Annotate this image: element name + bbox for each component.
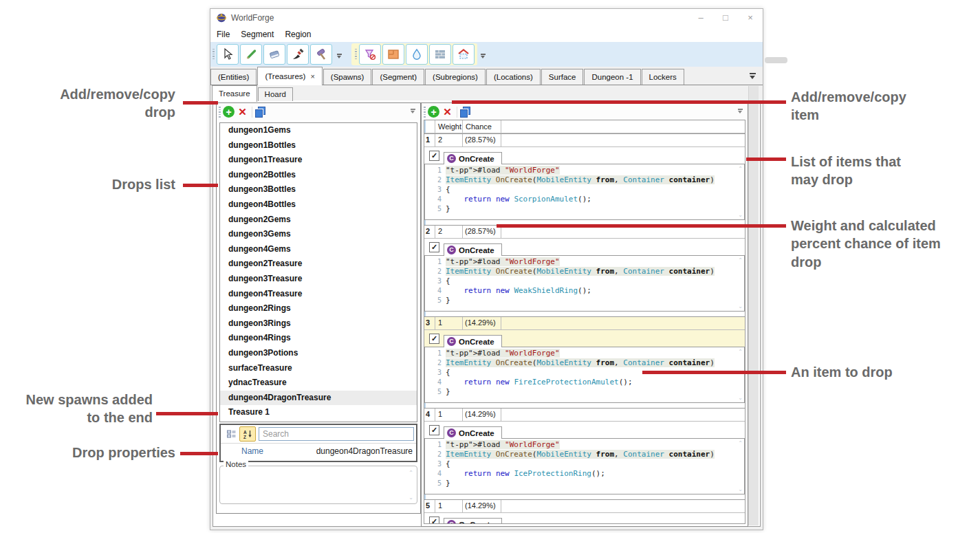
drop-list-item[interactable]: dungeon2Rings xyxy=(220,301,417,316)
item-header-row[interactable]: 31(14.29%) xyxy=(424,316,745,330)
toolbar-grip[interactable] xyxy=(213,49,215,60)
tab-treasures[interactable]: (Treasures)× xyxy=(257,67,322,85)
scroll-down-icon[interactable]: ⌄ xyxy=(738,486,743,492)
drop-list-item[interactable]: dungeon3Bottles xyxy=(220,182,417,197)
oncreate-enabled-checkbox[interactable] xyxy=(429,151,439,161)
scroll-up-icon[interactable]: ⌃ xyxy=(738,257,743,263)
oncreate-enabled-checkbox[interactable] xyxy=(429,334,439,344)
scroll-up-icon[interactable]: ⌃ xyxy=(738,349,743,355)
subtab-treasure[interactable]: Treasure xyxy=(212,85,257,102)
close-button[interactable]: × xyxy=(738,10,763,26)
add-item-button[interactable]: + xyxy=(428,106,439,118)
tool-paintbrush-button[interactable] xyxy=(287,44,309,65)
code-lines[interactable]: "t-pp">#load "WorldForge"ItemEntity OnCr… xyxy=(446,164,744,219)
code-editor[interactable]: 12345"t-pp">#load "WorldForge"ItemEntity… xyxy=(424,255,745,312)
search-input[interactable] xyxy=(259,427,414,441)
toolbar-overflow-icon[interactable] xyxy=(336,52,343,61)
tab-surface[interactable]: Surface xyxy=(541,69,584,85)
item-header-row[interactable]: 41(14.29%) xyxy=(424,408,745,422)
categorize-icon[interactable] xyxy=(223,426,239,442)
property-row[interactable]: Namedungeon4DragonTreasure xyxy=(221,444,416,459)
scroll-down-icon[interactable]: ⌄ xyxy=(738,395,743,401)
oncreate-tab[interactable]: OnCreate xyxy=(444,243,502,256)
code-editor[interactable]: 12345"t-pp">#load "WorldForge"ItemEntity… xyxy=(424,438,745,494)
menu-segment[interactable]: Segment xyxy=(235,27,279,42)
code-editor[interactable]: 12345"t-pp">#load "WorldForge"ItemEntity… xyxy=(424,347,745,403)
oncreate-enabled-checkbox[interactable] xyxy=(429,242,439,252)
tool-brick-wall-button[interactable] xyxy=(429,44,451,65)
scroll-up-icon[interactable]: ⌃ xyxy=(738,440,743,446)
item-weight-value[interactable]: 1 xyxy=(435,409,463,421)
tab-entities[interactable]: (Entities) xyxy=(210,69,257,85)
drop-list-item[interactable]: dungeon2Bottles xyxy=(220,168,417,183)
drop-list-item[interactable]: dungeon3Gems xyxy=(220,227,417,242)
page-scrollbar[interactable] xyxy=(748,86,759,525)
drop-list-item[interactable]: ydnacTreasure xyxy=(220,376,417,391)
drop-list-item[interactable]: dungeon4Treasure xyxy=(220,287,417,302)
drop-list-item[interactable]: dungeon4Rings xyxy=(220,331,417,346)
item-weight-value[interactable]: 2 xyxy=(435,226,463,238)
drop-list-item[interactable]: dungeon3Rings xyxy=(220,316,417,331)
drop-list-item[interactable]: dungeon3Treasure xyxy=(220,272,417,287)
drop-list-item[interactable]: dungeon1Gems xyxy=(220,123,417,138)
add-drop-button[interactable]: + xyxy=(223,106,235,118)
oncreate-tab[interactable]: OnCreate xyxy=(444,426,502,439)
item-header-row[interactable]: 12(28.57%) xyxy=(424,133,745,147)
code-lines[interactable]: "t-pp">#load "WorldForge"ItemEntity OnCr… xyxy=(446,256,744,311)
minimize-button[interactable]: – xyxy=(688,10,713,26)
oncreate-enabled-checkbox[interactable] xyxy=(429,516,439,524)
tab-spawns[interactable]: (Spawns) xyxy=(323,69,372,85)
menu-region[interactable]: Region xyxy=(279,27,316,42)
code-editor[interactable]: 12345"t-pp">#load "WorldForge"ItemEntity… xyxy=(424,164,745,220)
tab-lockers[interactable]: Lockers xyxy=(642,69,684,85)
code-lines[interactable]: "t-pp">#load "WorldForge"ItemEntity OnCr… xyxy=(446,439,744,494)
tab-subregions[interactable]: (Subregions) xyxy=(425,69,486,85)
code-scrollbar[interactable]: ⌃⌄ xyxy=(735,256,743,311)
tab-list-icon[interactable] xyxy=(749,73,757,81)
code-scrollbar[interactable]: ⌃⌄ xyxy=(735,164,743,219)
toolbar-overflow-icon[interactable] xyxy=(480,52,487,61)
item-weight-value[interactable]: 2 xyxy=(435,134,463,146)
tab-segment[interactable]: (Segment) xyxy=(372,69,424,85)
scroll-up-icon[interactable]: ⌃ xyxy=(738,166,743,172)
sort-alphabetical-icon[interactable]: AZ xyxy=(239,426,256,442)
copy-item-button[interactable] xyxy=(460,107,471,118)
remove-item-button[interactable]: ✕ xyxy=(442,106,453,118)
item-weight-value[interactable]: 1 xyxy=(435,317,463,329)
tool-pencil-button[interactable] xyxy=(240,44,262,65)
toolbar-overflow-icon[interactable] xyxy=(738,108,744,116)
subtab-hoard[interactable]: Hoard xyxy=(258,87,293,101)
remove-drop-button[interactable]: ✕ xyxy=(237,106,248,118)
maximize-button[interactable]: □ xyxy=(713,10,738,26)
drop-list-item[interactable]: Treasure 1 xyxy=(220,405,417,420)
drop-list-item[interactable]: dungeon1Bottles xyxy=(220,138,417,153)
tab-close-icon[interactable]: × xyxy=(310,67,314,85)
code-scrollbar[interactable]: ⌃⌄ xyxy=(735,439,743,494)
drop-list-item[interactable]: dungeon2Gems xyxy=(220,213,417,228)
property-value[interactable]: dungeon4DragonTreasure xyxy=(316,446,416,456)
notes-textarea[interactable] xyxy=(223,470,404,501)
drop-list-item[interactable]: dungeon2Treasure xyxy=(220,257,417,272)
tool-building-outline-button[interactable] xyxy=(453,44,475,65)
toolbar-grip[interactable] xyxy=(219,107,221,118)
drop-list-item[interactable]: surfaceTreasure xyxy=(220,361,417,376)
tool-eraser-button[interactable] xyxy=(263,44,285,65)
item-weight-value[interactable]: 1 xyxy=(435,500,463,512)
oncreate-tab[interactable]: OnCreate xyxy=(444,152,502,164)
tool-water-drop-button[interactable] xyxy=(406,44,428,65)
tab-locations[interactable]: (Locations) xyxy=(486,69,541,85)
toolbar-overflow-icon[interactable] xyxy=(411,108,417,116)
toolbar-grip[interactable] xyxy=(424,107,426,118)
tab-dungeon-1[interactable]: Dungeon -1 xyxy=(584,69,640,85)
tool-select-cursor-button[interactable] xyxy=(217,44,239,65)
oncreate-enabled-checkbox[interactable] xyxy=(429,425,439,435)
scroll-down-icon[interactable]: ⌄ xyxy=(738,212,743,218)
oncreate-tab[interactable]: OnCreate xyxy=(444,335,502,347)
drop-list-item[interactable]: dungeon4Gems xyxy=(220,242,417,257)
drop-list-item[interactable]: dungeon1Treasure xyxy=(220,153,417,168)
drop-list-item[interactable]: dungeon4Bottles xyxy=(220,197,417,213)
scroll-down-icon[interactable]: ⌄ xyxy=(738,303,743,309)
item-header-row[interactable]: 51(14.29%) xyxy=(424,499,745,513)
tool-room-plan-button[interactable] xyxy=(382,44,404,65)
copy-drop-button[interactable] xyxy=(255,107,266,118)
